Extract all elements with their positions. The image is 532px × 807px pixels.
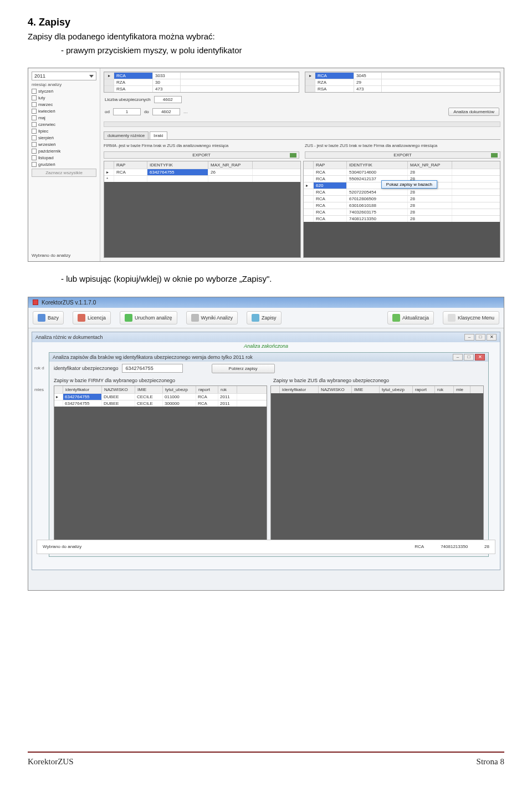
year-combo[interactable]: 2011: [32, 72, 96, 80]
year-value: 2011: [34, 73, 45, 79]
menu-icon: [448, 314, 456, 322]
play-icon: [125, 314, 132, 322]
id-input[interactable]: 6342764755: [122, 364, 183, 373]
month-label: miesiąc analizy: [32, 82, 96, 87]
chevron-down-icon: [89, 75, 94, 78]
records-icon: [252, 314, 259, 322]
intro-text: Zapisy dla podanego identyfikatora można…: [28, 31, 504, 43]
insured-count-label: Liczba ubezpieczonych: [105, 97, 151, 102]
app-title: KorektorZUS v.1.1.7.0: [42, 300, 96, 306]
checkbox-icon: [32, 95, 37, 100]
ribbon-aktualizacja-button[interactable]: Aktualizacja: [387, 311, 434, 324]
month-sep[interactable]: wrzesień: [32, 142, 96, 147]
checkbox-icon: [32, 89, 37, 94]
differences-window: Analiza różnic w dokumentach – □ ✕ Anali…: [32, 332, 500, 570]
ribbon-uruchom-button[interactable]: Uruchom analizę: [120, 311, 177, 324]
inner-maximize-button[interactable]: □: [464, 354, 474, 361]
results-icon: [191, 314, 199, 322]
inner-minimize-button[interactable]: –: [453, 354, 463, 361]
footer-left: KorektorZUS: [28, 757, 74, 767]
screenshot-analysis-differences: 2011 miesiąc analizy styczeń luty marzec…: [28, 68, 504, 262]
ribbon-zapisy-button[interactable]: Zapisy: [247, 311, 282, 324]
firma-missing-grid[interactable]: RAP IDENTYFIK MAX_NR_RAP ▸RCA63427647552…: [104, 161, 301, 258]
firma-desc: FIRMA -jest w bazie Firma brak w ZUS dla…: [104, 143, 299, 148]
month-mar[interactable]: marzec: [32, 102, 96, 107]
ribbon-licencja-button[interactable]: Licencja: [73, 311, 111, 324]
records-analysis-window: Analiza zapisów dla braków wg identyfika…: [49, 352, 489, 557]
checkbox-icon: [32, 109, 37, 114]
month-apr[interactable]: kwiecień: [32, 109, 96, 114]
from-input[interactable]: 1: [113, 108, 141, 115]
checkbox-icon: [32, 102, 37, 107]
month-aug[interactable]: sierpień: [32, 135, 96, 140]
month-dec[interactable]: grudzień: [32, 162, 96, 167]
screenshot-zapisy-window: KorektorZUS v.1.1.7.0 Bazy Licencja Uruc…: [28, 297, 504, 591]
month-nov[interactable]: listopad: [32, 155, 96, 160]
tab-differences[interactable]: dokumenty różnice: [104, 131, 149, 139]
footer-right: Strona 8: [477, 757, 504, 767]
summary-grid-zus: ▸RCA3045 RZA29 RSA473: [305, 72, 500, 93]
tab-missing[interactable]: braki: [150, 131, 167, 139]
tab-bar: dokumenty różnice braki: [104, 131, 500, 140]
insured-count-value: 4602: [154, 96, 182, 103]
zus-records-caption: Zapisy w bazie ZUS dla wybranego ubezpie…: [269, 375, 488, 385]
checkbox-icon: [32, 142, 37, 147]
side-label-rok: rok d: [34, 366, 44, 370]
bullet-1: - prawym przyciskiem myszy, w polu ident…: [28, 44, 504, 57]
checkbox-icon: [32, 149, 37, 154]
minimize-button[interactable]: –: [464, 334, 474, 341]
checkbox-icon: [32, 155, 37, 160]
to-input[interactable]: 4602: [152, 108, 180, 115]
zus-desc: ZUS - jest w bazie ZUS brak w bazie Firm…: [305, 143, 500, 148]
maximize-button[interactable]: □: [475, 334, 485, 341]
checkbox-icon: [32, 122, 37, 127]
month-may[interactable]: maj: [32, 115, 96, 120]
month-jan[interactable]: styczeń: [32, 89, 96, 94]
filter-sidebar: 2011 miesiąc analizy styczeń luty marzec…: [28, 68, 100, 261]
ribbon-wyniki-button[interactable]: Wyniki Analizy: [186, 311, 238, 324]
app-icon: [33, 300, 38, 305]
month-jul[interactable]: lipiec: [32, 129, 96, 134]
close-button[interactable]: ✕: [487, 334, 497, 341]
checkbox-icon: [32, 129, 37, 134]
select-all-button[interactable]: Zaznacz wszystkie: [32, 169, 96, 177]
update-icon: [392, 314, 400, 322]
zus-records-grid[interactable]: identyfikator NAZWISKO IMIE tytul_ubezp …: [270, 385, 484, 552]
analysis-status: Analiza zakończona: [32, 342, 500, 350]
firma-records-grid[interactable]: identyfikator NAZWISKO IMIE tytul_ubezp …: [54, 385, 267, 552]
background-grid-strip: Wybrano do analizy RCA 74081213350 28: [37, 540, 495, 554]
ribbon-toolbar: Bazy Licencja Uruchom analizę Wyniki Ana…: [28, 308, 504, 328]
inner-close-button[interactable]: ✕: [475, 354, 485, 361]
bullet-2: - lub wpisując (kopiuj/wklej) w oknie po…: [28, 273, 504, 286]
selected-for-analysis-label: Wybrano do analizy: [32, 253, 96, 258]
license-icon: [78, 314, 85, 322]
month-feb[interactable]: luty: [32, 95, 96, 100]
analysis-main: ▸RCA3033 RZA30 RSA473 ▸RCA3045 RZA29 RSA…: [100, 68, 504, 261]
firma-records-caption: Zapisy w bazie FIRMY dla wybranego ubezp…: [49, 375, 269, 385]
inner-window-title: Analiza zapisów dla braków wg identyfika…: [53, 354, 253, 360]
zus-missing-grid[interactable]: RAP IDENTYFIK MAX_NR_RAP RCA530407146002…: [303, 161, 500, 258]
export-zus-button[interactable]: EXPORT: [305, 151, 500, 159]
database-icon: [38, 314, 45, 322]
ribbon-menu-button[interactable]: Klasyczne Menu: [443, 311, 499, 324]
checkbox-icon: [32, 162, 37, 167]
checkbox-icon: [32, 135, 37, 140]
checkbox-icon: [32, 115, 37, 120]
analyze-documents-button[interactable]: Analiza dokumentów: [448, 108, 499, 116]
summary-grid-firma: ▸RCA3033 RZA30 RSA473: [104, 72, 299, 93]
context-menu-show-records[interactable]: Pokaz zapisy w bazach: [381, 180, 437, 189]
app-titlebar: KorektorZUS v.1.1.7.0: [28, 297, 504, 308]
table-row[interactable]: ▸ 6342764755 DUBEE CECILE 011000 RCA 201…: [54, 393, 267, 400]
section-heading: 4. Zapisy: [28, 17, 504, 28]
window-title: Analiza różnic w dokumentach: [35, 334, 103, 340]
month-jun[interactable]: czerwiec: [32, 122, 96, 127]
fetch-records-button[interactable]: Pobierz zapisy: [212, 364, 275, 373]
progress-track: [104, 121, 500, 127]
side-label-mies: mies: [34, 387, 44, 392]
table-row[interactable]: 6342764755 DUBEE CECILE 300000 RCA 2011: [54, 400, 267, 407]
ribbon-bazy-button[interactable]: Bazy: [33, 311, 64, 324]
selected-for-analysis-label: Wybrano do analizy: [43, 544, 81, 549]
month-oct[interactable]: październik: [32, 149, 96, 154]
export-firma-button[interactable]: EXPORT: [104, 151, 299, 159]
id-label: identyfikator ubezpieczonego: [54, 366, 119, 371]
